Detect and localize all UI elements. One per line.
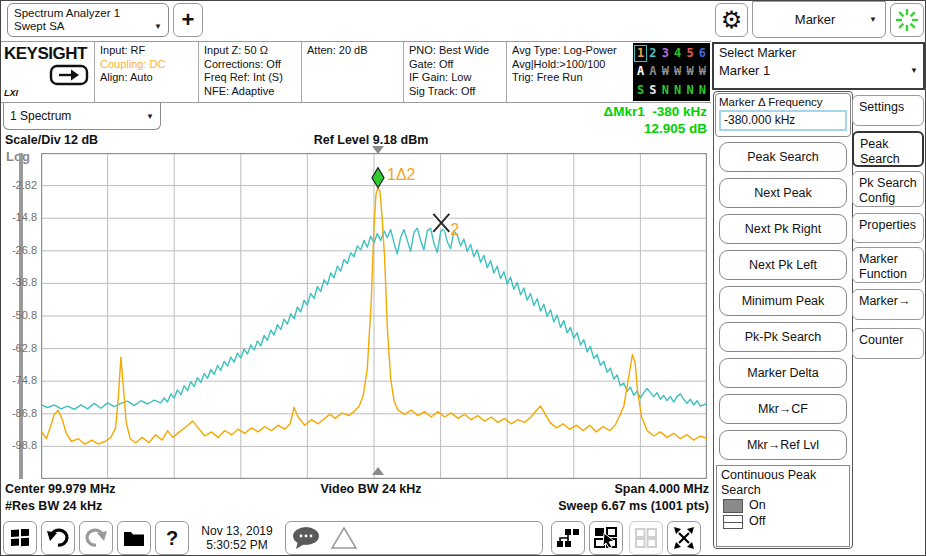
chevron-down-icon: ▼ xyxy=(910,66,918,75)
toggle-on-indicator xyxy=(723,499,743,513)
trace-status-cell: W xyxy=(697,64,708,79)
spinner-icon xyxy=(895,8,919,32)
trace-status-row-type: A A W W W W xyxy=(635,64,708,79)
trace-status-cell: N xyxy=(697,83,708,98)
busy-indicator-button[interactable] xyxy=(890,3,924,37)
brand-block: KEYSIGHT LXI xyxy=(1,42,94,102)
status-line: Input: RF xyxy=(100,44,198,58)
lxi-logo: LXI xyxy=(4,88,18,98)
scale-div-label: Scale/Div 12 dB xyxy=(5,133,98,147)
datetime-display[interactable]: Nov 13, 2019 5:30:52 PM xyxy=(193,524,281,556)
toggle-off-indicator xyxy=(723,515,743,529)
status-line: Gate: Off xyxy=(409,58,506,72)
y-axis-tick-label: -26.8 xyxy=(1,244,37,256)
trace-status-panel[interactable]: 1 2 3 4 5 6 A A W W W W S S N N N N xyxy=(633,43,710,101)
center-frequency-top-indicator xyxy=(372,146,384,154)
grid-layout-button[interactable] xyxy=(629,521,663,555)
measurement-selector-dropdown[interactable]: 1 Spectrum ▼ xyxy=(3,103,161,130)
y-axis-tick-label: -62.8 xyxy=(1,342,37,354)
spectrum-chart[interactable]: 1Δ22 xyxy=(41,153,707,479)
fullscreen-button[interactable] xyxy=(667,521,701,555)
span-label: Span 4.000 MHz xyxy=(461,482,709,496)
marker-delta-button[interactable]: Marker Delta xyxy=(719,358,847,388)
trace-status-cell: 2 xyxy=(647,46,658,61)
tab-marker-to[interactable]: Marker→ xyxy=(852,289,924,320)
trace-status-cell: A xyxy=(647,64,658,79)
select-marker-dropdown[interactable]: Select Marker Marker 1 ▼ xyxy=(712,42,925,90)
window-arrange-button[interactable] xyxy=(589,521,623,555)
question-mark-icon: ? xyxy=(166,527,178,550)
app-selector-dropdown[interactable]: Spectrum Analyzer 1 Swept SA ▼ xyxy=(7,3,169,37)
continuous-peak-search-group: Continuous Peak Search On Off xyxy=(716,465,850,547)
trace-status-cell: 1 xyxy=(635,46,646,61)
system-settings-button[interactable]: ⚙ xyxy=(715,3,748,37)
block-diagram-button[interactable] xyxy=(551,521,585,555)
spectrum-analyzer-screen: Spectrum Analyzer 1 Swept SA ▼ + ⚙ Marke… xyxy=(0,0,926,556)
status-line: Trig: Free Run xyxy=(512,71,633,85)
status-col-pno[interactable]: PNO: Best Wide Gate: Off IF Gain: Low Si… xyxy=(403,42,506,102)
status-line: PNO: Best Wide xyxy=(409,44,506,58)
mkr-to-ref-lvl-button[interactable]: Mkr→Ref Lvl xyxy=(719,430,847,460)
peak-search-button[interactable]: Peak Search xyxy=(719,142,847,172)
trace-status-cell: S xyxy=(647,83,658,98)
delta-marker-readout-freq: ΔMkr1 -380 kHz xyxy=(421,104,707,119)
res-bw-label: #Res BW 24 kHz xyxy=(5,499,102,513)
status-line: Input Z: 50 Ω xyxy=(204,44,301,58)
tab-peak-search[interactable]: Peak Search xyxy=(852,131,924,167)
continuous-peak-search-label: Continuous Peak Search xyxy=(721,468,845,498)
pk-pk-search-button[interactable]: Pk-Pk Search xyxy=(719,322,847,352)
tab-counter[interactable]: Counter xyxy=(852,328,924,359)
status-col-avg[interactable]: Avg Type: Log-Power Avg|Hold:>100/100 Tr… xyxy=(506,42,633,102)
tab-properties[interactable]: Properties xyxy=(852,213,924,243)
status-col-inputz[interactable]: Input Z: 50 Ω Corrections: Off Freq Ref:… xyxy=(198,42,301,102)
ref-level-label: Ref Level 9.18 dBm xyxy=(241,133,501,147)
app-selector-line1: Spectrum Analyzer 1 xyxy=(14,7,162,20)
svg-text:1Δ2: 1Δ2 xyxy=(387,166,416,183)
mkr-to-cf-button[interactable]: Mkr→CF xyxy=(719,394,847,424)
home-button[interactable] xyxy=(3,521,37,555)
status-col-input[interactable]: Input: RF Coupling: DC Align: Auto xyxy=(94,42,198,102)
tab-settings[interactable]: Settings xyxy=(852,95,924,126)
chevron-down-icon: ▼ xyxy=(154,20,162,33)
status-line: Atten: 20 dB xyxy=(307,44,403,58)
tab-pk-search-config[interactable]: Pk Search Config xyxy=(852,171,924,207)
add-tab-button[interactable]: + xyxy=(173,3,203,37)
windows-hand-icon xyxy=(594,527,618,549)
speech-bubble-icon xyxy=(292,526,322,550)
field-label: Marker Δ Frequency xyxy=(719,96,847,108)
file-button[interactable] xyxy=(117,521,151,555)
status-line: Align: Auto xyxy=(100,71,198,85)
trace-status-cell: 3 xyxy=(660,46,671,61)
marker-delta-frequency-input[interactable]: -380.000 kHz xyxy=(719,110,847,131)
continuous-peak-search-off[interactable]: Off xyxy=(721,514,845,530)
y-axis-tick-label: -38.8 xyxy=(1,276,37,288)
message-bar-button[interactable] xyxy=(285,521,543,555)
trace-status-cell: N xyxy=(685,83,696,98)
trace-status-row-detector: S S N N N N xyxy=(635,83,708,98)
status-col-atten[interactable]: Atten: 20 dB xyxy=(301,42,403,102)
status-line: Freq Ref: Int (S) xyxy=(204,71,301,85)
help-button[interactable]: ? xyxy=(155,521,189,555)
center-frequency-label: Center 99.979 MHz xyxy=(5,482,115,496)
windows-logo-icon xyxy=(11,529,29,547)
time-text: 5:30:52 PM xyxy=(193,538,281,552)
status-line: NFE: Adaptive xyxy=(204,85,301,99)
trace-status-cell: N xyxy=(660,83,671,98)
folder-icon xyxy=(124,530,144,546)
next-pk-left-button[interactable]: Next Pk Left xyxy=(719,250,847,280)
sweep-indicator-icon xyxy=(49,64,89,86)
continuous-peak-search-on[interactable]: On xyxy=(721,498,845,514)
tab-marker-function[interactable]: Marker Function xyxy=(852,247,924,283)
next-peak-button[interactable]: Next Peak xyxy=(719,178,847,208)
minimum-peak-button[interactable]: Minimum Peak xyxy=(719,286,847,316)
mode-dropdown[interactable]: Marker ▼ xyxy=(752,1,886,38)
undo-icon xyxy=(47,528,69,548)
redo-button[interactable] xyxy=(79,521,113,555)
trace-status-cell: 5 xyxy=(685,46,696,61)
next-pk-right-button[interactable]: Next Pk Right xyxy=(719,214,847,244)
trace-status-cell: W xyxy=(660,64,671,79)
y-axis-tick-label: -86.8 xyxy=(1,407,37,419)
trace-status-cell: W xyxy=(672,64,683,79)
undo-button[interactable] xyxy=(41,521,75,555)
status-line-coupling: Coupling: DC xyxy=(100,58,198,72)
